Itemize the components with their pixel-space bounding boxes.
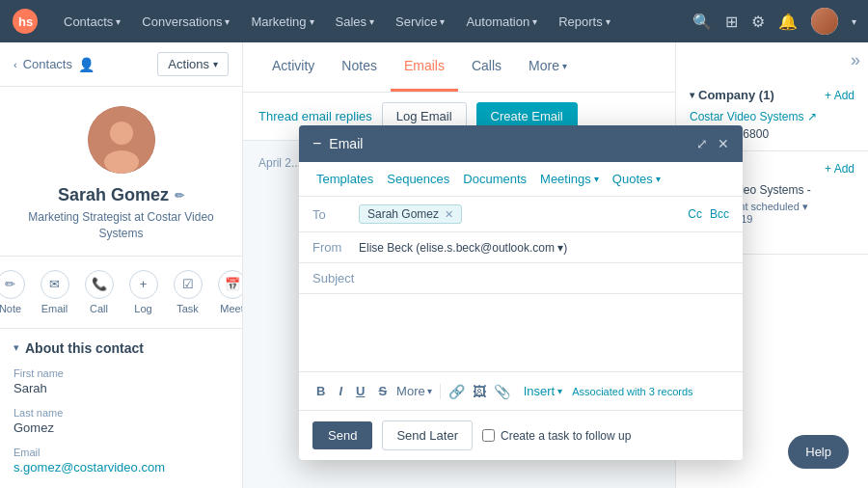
from-label: From <box>312 240 351 255</box>
link-icon[interactable]: 🔗 <box>448 384 465 399</box>
image-icon[interactable]: 🖼 <box>473 384 486 399</box>
task-label: Task <box>176 303 199 314</box>
subject-input[interactable] <box>359 271 729 285</box>
close-icon[interactable]: ✕ <box>718 136 729 151</box>
nav-reports[interactable]: Reports ▾ <box>549 11 620 33</box>
associated-records-link[interactable]: Associated with 3 records <box>572 386 692 397</box>
bcc-button[interactable]: Bcc <box>710 207 729 221</box>
to-content: Sarah Gomez ✕ <box>359 204 680 224</box>
account-chevron-icon[interactable]: ▾ <box>852 16 856 27</box>
templates-button[interactable]: Templates <box>312 170 377 188</box>
call-label: Call <box>90 303 108 314</box>
modal-title: − Email <box>312 135 363 152</box>
nav-marketing[interactable]: Marketing ▾ <box>241 11 323 33</box>
nav-automation[interactable]: Automation ▾ <box>456 11 547 33</box>
note-button[interactable]: ✏ Note <box>0 270 25 314</box>
panel-toggle[interactable]: » <box>676 42 868 78</box>
more-format-button[interactable]: More ▾ <box>396 384 432 398</box>
email-button[interactable]: ✉ Email <box>41 270 69 314</box>
more-chevron-icon: ▾ <box>562 61 567 71</box>
contacts-person-icon: 👤 <box>78 57 95 72</box>
nav-sales[interactable]: Sales ▾ <box>326 11 385 33</box>
sequences-button[interactable]: Sequences <box>383 170 453 188</box>
user-avatar[interactable] <box>811 8 838 35</box>
about-title: About this contact <box>25 340 144 356</box>
help-button[interactable]: Help <box>788 435 849 469</box>
meet-button[interactable]: 📅 Meet <box>218 270 244 314</box>
cc-button[interactable]: Cc <box>688 207 702 221</box>
svg-point-3 <box>110 122 133 145</box>
log-button[interactable]: + Log <box>129 270 158 314</box>
cc-bcc-buttons: Cc Bcc <box>688 207 729 221</box>
send-row: Send Send Later Create a task to follow … <box>299 410 743 460</box>
task-label: Create a task to follow up <box>501 429 631 443</box>
recipient-name: Sarah Gomez <box>367 207 439 221</box>
hubspot-logo[interactable]: hs <box>12 8 39 35</box>
underline-button[interactable]: U <box>352 382 368 400</box>
quotes-button[interactable]: Quotes ▾ <box>609 170 665 188</box>
marketplace-icon[interactable]: ⊞ <box>725 13 738 31</box>
log-icon: + <box>129 270 158 299</box>
deals-add-link[interactable]: + Add <box>825 162 854 176</box>
bold-button[interactable]: B <box>312 382 329 400</box>
note-icon: ✏ <box>0 270 25 299</box>
company-header: ▾ Company (1) + Add <box>690 88 854 102</box>
send-later-button[interactable]: Send Later <box>382 420 473 450</box>
company-add-link[interactable]: + Add <box>825 89 854 102</box>
recipient-tag: Sarah Gomez ✕ <box>359 204 462 224</box>
tabs-bar: Activity Notes Emails Calls More ▾ <box>243 42 675 93</box>
remove-recipient-icon[interactable]: ✕ <box>445 208 453 221</box>
send-button[interactable]: Send <box>312 421 372 449</box>
format-buttons: B I U S More ▾ 🔗 🖼 📎 Insert ▾ Associated… <box>312 382 693 400</box>
search-icon[interactable]: 🔍 <box>692 13 712 31</box>
task-checkbox-input[interactable] <box>482 429 495 442</box>
email-value[interactable]: s.gomez@costarvideo.com <box>14 460 229 474</box>
last-name-value: Gomez <box>14 420 229 435</box>
meet-icon: 📅 <box>218 270 244 299</box>
svg-text:hs: hs <box>18 14 33 29</box>
tab-activity[interactable]: Activity <box>258 42 328 92</box>
contact-title: Marketing Strategist at Costar Video Sys… <box>14 209 229 242</box>
panel-toggle-icon[interactable]: » <box>851 50 860 70</box>
insert-button[interactable]: Insert ▾ <box>520 382 567 400</box>
actions-button[interactable]: Actions ▾ <box>157 52 229 76</box>
tab-more[interactable]: More ▾ <box>515 42 581 92</box>
italic-button[interactable]: I <box>335 382 346 400</box>
attachment-icons: 🔗 🖼 📎 <box>448 384 510 399</box>
tab-calls[interactable]: Calls <box>458 42 515 92</box>
about-chevron-icon: ▾ <box>14 341 19 354</box>
meetings-button[interactable]: Meetings ▾ <box>536 170 603 188</box>
notifications-icon[interactable]: 🔔 <box>778 13 798 31</box>
task-button[interactable]: ☑ Task <box>174 270 203 314</box>
call-button[interactable]: 📞 Call <box>85 270 114 314</box>
edit-name-icon[interactable]: ✏ <box>175 189 184 203</box>
first-name-value: Sarah <box>14 381 229 395</box>
back-to-contacts[interactable]: ‹ Contacts 👤 <box>14 57 95 72</box>
tab-notes[interactable]: Notes <box>328 42 391 92</box>
email-body[interactable] <box>299 294 743 371</box>
attach-icon[interactable]: 📎 <box>494 384 510 399</box>
back-arrow-icon: ‹ <box>14 59 17 70</box>
settings-icon[interactable]: ⚙ <box>751 13 765 31</box>
strikethrough-button[interactable]: S <box>374 382 391 400</box>
about-section-header[interactable]: ▾ About this contact <box>14 340 229 356</box>
nav-service[interactable]: Service ▾ <box>386 11 454 33</box>
phone-icon: 📞 <box>85 270 114 299</box>
nav-contacts[interactable]: Contacts ▾ <box>54 11 130 33</box>
company-name-link[interactable]: Costar Video Systems ↗ <box>690 110 854 123</box>
from-value[interactable]: Elise Beck (elise.s.beck@outlook.com ▾) <box>359 241 729 255</box>
expand-icon[interactable]: ⤢ <box>696 136 708 151</box>
nav-conversations[interactable]: Conversations ▾ <box>132 11 239 33</box>
thread-email-link[interactable]: Thread email replies <box>258 109 372 123</box>
email-toolbar: Templates Sequences Documents Meetings ▾… <box>299 162 743 197</box>
last-name-label: Last name <box>14 407 229 419</box>
email-field-label: Email <box>14 447 229 458</box>
tab-emails[interactable]: Emails <box>391 42 458 92</box>
about-section: ▾ About this contact First name Sarah La… <box>0 329 242 488</box>
log-label: Log <box>134 303 151 314</box>
modal-collapse-icon[interactable]: − <box>312 135 321 152</box>
left-sidebar: ‹ Contacts 👤 Actions ▾ <box>0 42 243 488</box>
more-format-chevron-icon: ▾ <box>427 386 432 396</box>
documents-button[interactable]: Documents <box>459 170 530 188</box>
nav-right: 🔍 ⊞ ⚙ 🔔 ▾ <box>692 8 856 35</box>
